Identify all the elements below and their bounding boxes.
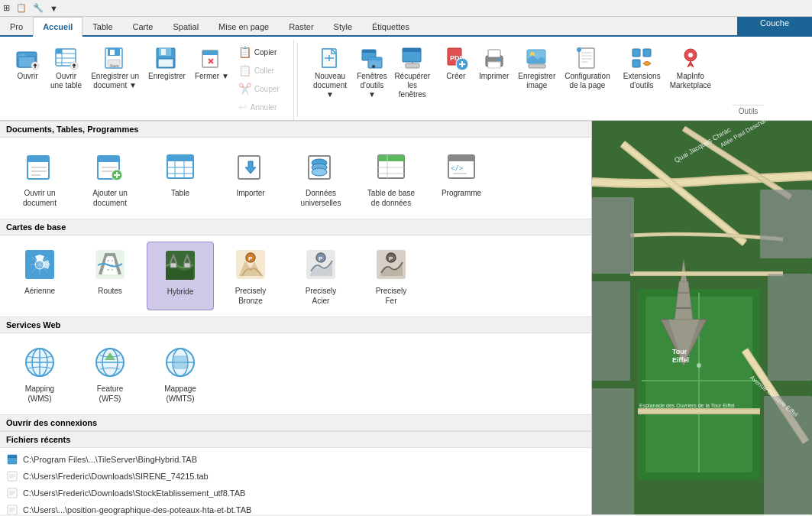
ribbon-right-items: Nouveaudocument ▼ Fenêtresd'outils ▼ Réc… [307, 43, 434, 102]
app-dropdown-arrow[interactable]: ▼ [50, 4, 58, 13]
grid-table-bdd[interactable]: Table de basede données [357, 144, 425, 213]
file-icon-3 [6, 487, 18, 499]
btn-ouvrir[interactable]: Ouvrir [9, 43, 46, 84]
btn-mapinfo[interactable]: MapInfoMarketplace [665, 43, 716, 93]
file-path-1: C:\Program Files\...\TileServer\BingHybr… [23, 455, 197, 464]
btn-couper[interactable]: ✂️ Couper [234, 80, 287, 98]
svg-rect-41 [488, 50, 500, 57]
btn-nouveau-doc[interactable]: Nouveaudocument ▼ [307, 43, 354, 102]
grid-routes[interactable]: Routes [76, 242, 144, 310]
app-icon-settings[interactable]: 🔧 [33, 3, 44, 13]
table-bdd-icon [373, 148, 409, 185]
btn-enregistrer-doc[interactable]: Save Enregistrer undocument ▼ [86, 43, 144, 93]
mappage-wmts-icon [162, 344, 199, 381]
grid-programme[interactable]: </> Programme [428, 144, 495, 213]
svg-rect-8 [56, 49, 62, 54]
app-icon-grid[interactable]: ⊞ [3, 3, 10, 13]
btn-fenetres-label: Fenêtresd'outils ▼ [357, 72, 387, 99]
file-path-3: C:\Users\Frederic\Downloads\StockEtablis… [23, 488, 245, 498]
grid-aerienne[interactable]: Aérienne [6, 242, 73, 310]
tab-accueil[interactable]: Accueil [33, 17, 82, 37]
btn-enregistrer[interactable]: Enregistrer [144, 43, 190, 84]
btn-ouvrir-table[interactable]: Ouvrirune table [46, 43, 86, 93]
fermer-icon [199, 46, 224, 72]
btn-extensions-label: Extensionsd'outils [623, 72, 661, 90]
svg-rect-12 [110, 50, 115, 55]
tab-style[interactable]: Style [324, 17, 362, 35]
grid-importer[interactable]: Importer [217, 144, 284, 213]
config-page-icon [575, 46, 600, 72]
grid-donnees-univ[interactable]: Donnéesuniverselles [287, 144, 354, 213]
grid-hybride[interactable]: Hybride [147, 242, 214, 310]
tab-pro[interactable]: Pro [0, 17, 33, 35]
tab-raster[interactable]: Raster [279, 17, 323, 35]
svg-rect-163 [592, 281, 630, 381]
mapping-wms-icon [21, 344, 58, 381]
svg-point-57 [688, 53, 693, 57]
table-icon [162, 148, 199, 185]
tab-spatial[interactable]: Spatial [163, 17, 209, 35]
svg-point-91 [35, 260, 44, 269]
btn-fermer[interactable]: Fermer ▼ [190, 43, 234, 84]
app-bar: ⊞ 📋 🔧 ▼ [0, 0, 812, 17]
grid-ouvrir-doc[interactable]: Ouvrir undocument [6, 144, 73, 213]
btn-imprimer[interactable]: Imprimer [474, 43, 513, 84]
file-item-3[interactable]: C:\Users\Frederic\Downloads\StockEtablis… [0, 485, 591, 501]
btn-recuperer[interactable]: Récupérerles fenêtres [391, 43, 434, 102]
tab-etiquettes[interactable]: Étiquettes [362, 17, 419, 35]
btn-extensions[interactable]: Extensionsd'outils [619, 43, 665, 93]
svg-text:P: P [248, 255, 253, 262]
donnees-univ-icon [302, 148, 339, 185]
aerienne-icon [21, 246, 58, 283]
feature-wfs-label: Feature(WFS) [97, 384, 123, 404]
precisely-acier-label: PreciselyAcier [306, 286, 337, 306]
app-icon-recent[interactable]: 📋 [16, 3, 27, 13]
section-connexions-header: Ouvrir des connexions [0, 414, 591, 431]
file-icon-2 [6, 470, 18, 482]
tab-mise-en-page[interactable]: Mise en page [209, 17, 279, 35]
section-services-header: Services Web [0, 316, 591, 333]
file-item-4[interactable]: C:\Users\...\position-geographique-des-p… [0, 501, 591, 514]
extensions-icon [629, 46, 654, 72]
precisely-acier-icon: P [302, 246, 339, 283]
btn-creer[interactable]: PDF Créer [438, 43, 474, 84]
grid-precisely-bronze[interactable]: P PreciselyBronze [217, 242, 284, 310]
tab-carte[interactable]: Carte [123, 17, 163, 35]
routes-label: Routes [98, 286, 122, 296]
imprimer-icon [482, 46, 506, 72]
ribbon-items-files: Ouvrir Ouvrirune table Save Enregistrer … [9, 43, 287, 117]
grid-ajouter-doc[interactable]: Ajouter undocument [76, 144, 144, 213]
btn-enregistrer-image[interactable]: Enregistrerimage [513, 43, 560, 93]
grid-mappage-wmts[interactable]: Mappage(WMTS) [147, 339, 214, 408]
grid-feature-wfs[interactable]: Feature(WFS) [76, 339, 144, 408]
grid-precisely-acier[interactable]: P PreciselyAcier [287, 242, 354, 310]
svg-rect-87 [448, 155, 474, 161]
btn-mapinfo-label: MapInfoMarketplace [670, 72, 711, 90]
svg-text:Esplanade des Ouvriers de la T: Esplanade des Ouvriers de la Tour Eiffel [639, 403, 735, 409]
btn-coller[interactable]: 📋 Coller [234, 61, 287, 80]
btn-config-page[interactable]: Configurationde la page [560, 43, 614, 93]
file-item-2[interactable]: C:\Users\Frederic\Downloads\SIRENE_74215… [0, 468, 591, 485]
file-item-1[interactable]: C:\Program Files\...\TileServer\BingHybr… [0, 451, 591, 468]
svg-text:</>: </> [451, 164, 464, 172]
outils-label: Outils [733, 105, 765, 117]
mapping-wms-label: Mapping(WMS) [25, 384, 54, 404]
svg-rect-161 [592, 197, 634, 274]
grid-table[interactable]: Table [147, 144, 214, 213]
grid-precisely-fer[interactable]: P PreciselyFer [357, 242, 425, 310]
tab-couche[interactable]: Couche [737, 17, 812, 35]
importer-label: Importer [236, 188, 264, 198]
map-panel[interactable]: Quai Jacques Chirac Allée Paul Deschanel… [592, 121, 812, 514]
svg-rect-165 [592, 388, 634, 514]
tab-table[interactable]: Table [82, 17, 122, 35]
btn-fenetres-outils[interactable]: Fenêtresd'outils ▼ [353, 43, 390, 102]
btn-copier[interactable]: 📋 Copier [234, 43, 287, 61]
btn-enregistrer-doc-label: Enregistrer undocument ▼ [91, 72, 139, 90]
ribbon-pdf-items: PDF Créer Imprimer Enregistrerimage [438, 43, 615, 93]
btn-annuler[interactable]: ↩ Annuler [234, 98, 287, 116]
svg-rect-27 [362, 50, 376, 53]
hybride-label: Hybride [167, 287, 193, 297]
svg-point-43 [498, 58, 501, 61]
grid-mapping-wms[interactable]: Mapping(WMS) [6, 339, 73, 408]
left-panel: Documents, Tables, Programmes Ouvrir und… [0, 121, 592, 514]
